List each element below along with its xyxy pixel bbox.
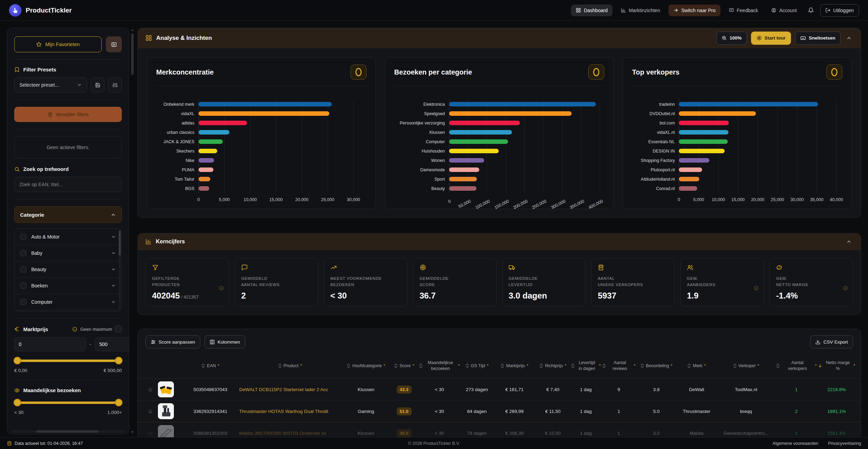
bar-dvdoutlet-nl[interactable]: [679, 111, 756, 116]
bar-skechers[interactable]: [199, 149, 217, 153]
bar-wonen[interactable]: [449, 158, 484, 163]
info-icon[interactable]: [754, 286, 759, 291]
bar-beauty[interactable]: [449, 186, 477, 191]
bar-klussen[interactable]: [449, 130, 512, 135]
nav-item-dashboard[interactable]: Dashboard: [571, 5, 613, 16]
bar-speelgoed[interactable]: [449, 111, 572, 116]
sidebar-horizontal-scrollbar[interactable]: [11, 430, 125, 433]
bar-damesmode[interactable]: [449, 167, 479, 172]
price-slider-max-handle[interactable]: [115, 357, 123, 364]
column-header-maandelijkse-bezoeken[interactable]: Maandelijkse bezoeken*: [418, 359, 460, 373]
chart-type-toggle-button[interactable]: [826, 64, 842, 80]
terms-link[interactable]: Algemene voorwaarden: [773, 441, 818, 446]
bar-urban-classics[interactable]: [199, 130, 229, 135]
category-checkbox[interactable]: [20, 250, 26, 256]
category-row-beauty[interactable]: Beauty: [15, 261, 121, 278]
visits-slider-min-handle[interactable]: [14, 399, 21, 406]
column-header-aantal-verkopers[interactable]: Aantal verkopers*: [775, 359, 817, 373]
cell-product[interactable]: Makita JM27000300 WST03 Onderstel vo: [238, 429, 342, 437]
visits-slider-max-handle[interactable]: [115, 399, 123, 406]
price-max-input[interactable]: [95, 337, 129, 351]
column-header-verkoper[interactable]: Verkoper*: [717, 362, 775, 370]
bar-conrad-nl[interactable]: [679, 186, 697, 191]
bar-jack-jones[interactable]: [199, 139, 223, 144]
price-range-slider[interactable]: [14, 357, 122, 364]
column-header-product[interactable]: Product*: [238, 362, 342, 370]
favorite-star-icon[interactable]: ☆: [143, 386, 158, 393]
bar-bgs[interactable]: [199, 186, 209, 191]
chart-type-toggle-button[interactable]: [351, 64, 366, 80]
adjust-score-button[interactable]: Score aanpassen: [145, 335, 200, 348]
favorite-star-icon[interactable]: ☆: [143, 408, 158, 415]
bar-persoonlijke-verzorging[interactable]: [449, 121, 520, 125]
info-icon[interactable]: [843, 286, 848, 291]
privacy-link[interactable]: Privacyverklaring: [828, 441, 861, 446]
category-checkbox[interactable]: [20, 299, 26, 305]
cell-product[interactable]: Thrustmaster HOTAS Warthog Dual Throttl: [238, 407, 342, 415]
category-row-boeken[interactable]: Boeken: [15, 278, 121, 294]
cell-product[interactable]: DeWALT DCB115P2 Starterset lader 2 Acc: [238, 386, 342, 394]
price-min-input[interactable]: [14, 337, 86, 351]
chevron-down-icon[interactable]: [111, 300, 116, 304]
column-header-richtprijs[interactable]: Richtprijs*: [536, 362, 570, 370]
nav-item-switch-naar-pro[interactable]: Switch naar Pro: [668, 5, 720, 16]
bar-nike[interactable]: [199, 158, 214, 163]
category-row-baby[interactable]: Baby: [15, 245, 121, 261]
notifications-bell-icon[interactable]: [805, 4, 817, 16]
start-tour-button[interactable]: Start tour: [751, 32, 791, 45]
column-header-aantal-reviews[interactable]: Aantal reviews*: [601, 359, 636, 373]
column-header-score[interactable]: Score*: [390, 362, 418, 370]
column-header-marktprijs[interactable]: Marktprijs*: [494, 362, 536, 370]
preset-select[interactable]: Selecteer preset...: [14, 77, 87, 93]
bar-shopping-factory[interactable]: [679, 158, 709, 163]
column-header-merk[interactable]: Merk*: [676, 362, 717, 370]
bar-tradeinn[interactable]: [679, 102, 818, 106]
collapse-analytics-chevron[interactable]: [845, 34, 853, 42]
column-header-netto-marge-[interactable]: Netto marge %*: [817, 359, 856, 373]
preset-settings-button[interactable]: [108, 77, 122, 93]
nav-item-account[interactable]: Account: [766, 5, 802, 16]
csv-export-button[interactable]: CSV Export: [810, 335, 853, 348]
bar-sport[interactable]: [449, 177, 477, 181]
no-maximum-checkbox[interactable]: [115, 326, 122, 333]
chevron-down-icon[interactable]: [111, 283, 116, 288]
bar-vidaxl-nl[interactable]: [679, 130, 728, 135]
chevron-down-icon[interactable]: [111, 234, 116, 239]
bar-tom-tailor[interactable]: [199, 177, 210, 181]
info-icon[interactable]: [219, 286, 224, 291]
favorite-star-icon[interactable]: ☆: [143, 430, 158, 437]
bar-computer[interactable]: [449, 139, 508, 144]
category-checkbox[interactable]: [20, 266, 26, 273]
category-checkbox[interactable]: [20, 234, 26, 240]
sidebar-scrollbar[interactable]: ▲ ▼: [131, 28, 134, 434]
my-favorites-button[interactable]: Mijn Favorieten: [14, 36, 102, 52]
save-preset-button[interactable]: [91, 77, 104, 93]
category-section-toggle[interactable]: Categorie: [14, 206, 122, 223]
bar-vidaxl[interactable]: [199, 111, 329, 116]
bar-puma[interactable]: [199, 167, 213, 172]
category-row-computer[interactable]: Computer: [15, 294, 121, 310]
bar-onbekend-merk[interactable]: [199, 102, 332, 106]
chart-type-toggle-button[interactable]: [588, 64, 604, 80]
bar-design-in[interactable]: [679, 149, 725, 153]
price-slider-min-handle[interactable]: [14, 357, 21, 364]
bar-bol-com[interactable]: [679, 121, 729, 125]
column-header-levertijd-in-dagen[interactable]: Levertijd in dagen*: [570, 359, 601, 373]
nav-item-marktinzichten[interactable]: Marktinzichten: [616, 5, 665, 16]
nav-item-feedback[interactable]: Feedback: [724, 5, 763, 16]
bar-elektronica[interactable]: [449, 102, 596, 106]
logout-button[interactable]: Uitloggen: [820, 4, 859, 17]
zoom-level-button[interactable]: 100%: [716, 32, 747, 45]
column-header-gs-tijd[interactable]: GS Tijd*: [461, 362, 494, 370]
clear-filters-button[interactable]: Verwijder filters: [14, 107, 122, 122]
column-header-ean[interactable]: EAN*: [183, 362, 238, 370]
category-row-auto-motor[interactable]: Auto & Motor: [15, 229, 121, 245]
shortcuts-button[interactable]: Sneltoetsen: [795, 32, 841, 45]
bar-attitudeholland-nl[interactable]: [679, 177, 699, 181]
bar-essentials-nl[interactable]: [679, 139, 728, 144]
category-checkbox[interactable]: [20, 283, 26, 289]
bar-adidas[interactable]: [199, 121, 247, 125]
column-header-beoordeling[interactable]: Beoordeling*: [636, 362, 676, 370]
collapse-sidebar-button[interactable]: [106, 36, 122, 52]
keyword-search-input[interactable]: [14, 177, 122, 192]
